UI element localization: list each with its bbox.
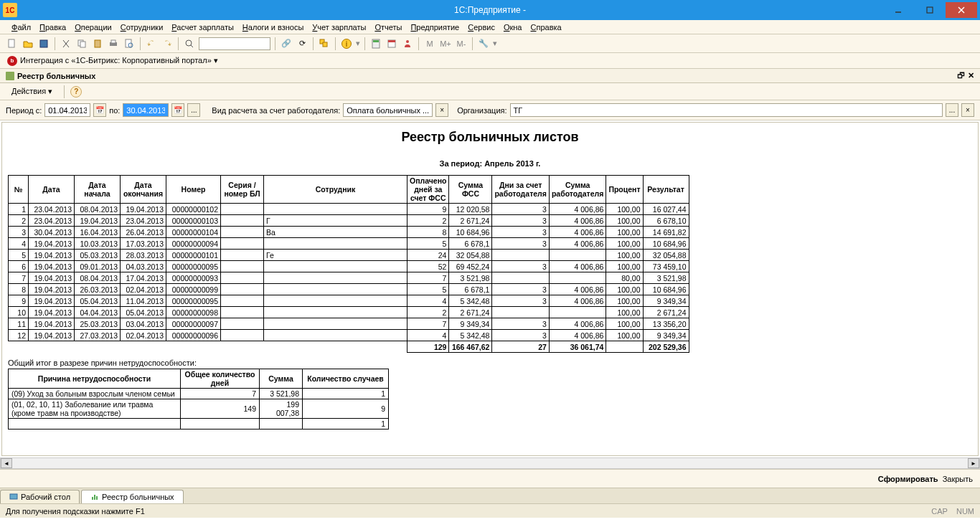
menu-help[interactable]: Справка <box>527 23 566 32</box>
search-input[interactable] <box>199 37 270 50</box>
calc-clear-button[interactable]: × <box>435 103 448 117</box>
period-from-input[interactable] <box>44 103 90 117</box>
copy-icon[interactable] <box>75 37 88 50</box>
chart-icon <box>90 493 99 501</box>
menu-file[interactable]: Файл <box>7 23 35 32</box>
person-icon[interactable] <box>401 37 414 50</box>
scroll-left-button[interactable]: ◄ <box>1 458 12 468</box>
doc-close-icon[interactable]: ✕ <box>968 71 974 80</box>
windows-icon[interactable] <box>318 37 331 50</box>
menu-taxes[interactable]: Налоги и взносы <box>238 23 308 32</box>
summary-label: Общий итог в разрезе причин нетрудоспосо… <box>8 359 972 367</box>
svg-point-21 <box>406 40 409 43</box>
calc-type-combo[interactable]: Оплата больничных ... <box>343 103 433 117</box>
bitrix-bar: b Интеграция с «1С-Битрикс: Корпоративны… <box>0 53 980 69</box>
report-area: Реестр больничных листов обособленная па… <box>1 122 979 456</box>
calc-icon[interactable] <box>369 37 382 50</box>
svg-line-14 <box>191 45 193 47</box>
menu-operations[interactable]: Операции <box>70 23 116 32</box>
report-subtitle1: обособленная палата России <box>8 148 972 158</box>
calendar-to-button[interactable]: 📅 <box>171 103 184 117</box>
menu-edit[interactable]: Правка <box>35 23 70 32</box>
calendar-from-button[interactable]: 📅 <box>93 103 106 117</box>
window-title: 1С:Предприятие - <box>454 5 526 15</box>
calendar-icon[interactable] <box>385 37 398 50</box>
close-button[interactable] <box>946 2 977 18</box>
svg-point-13 <box>186 40 192 46</box>
org-select-button[interactable]: ... <box>946 103 958 117</box>
table-row: 1 <box>9 419 389 430</box>
preview-icon[interactable] <box>123 37 136 50</box>
table-row: (09) Уход за больным взрослым членом сем… <box>9 389 389 399</box>
status-hint: Для получения подсказки нажмите F1 <box>6 507 145 516</box>
actions-button[interactable]: Действия ▾ <box>6 85 58 98</box>
svg-rect-23 <box>92 497 93 500</box>
svg-rect-18 <box>373 40 379 42</box>
menu-employees[interactable]: Сотрудники <box>116 23 168 32</box>
horizontal-scrollbar[interactable]: ◄ ► <box>0 457 980 469</box>
table-row[interactable]: 819.04.201326.03.201302.04.2013000000000… <box>9 284 689 295</box>
m-plus-icon[interactable]: M+ <box>439 37 452 50</box>
org-label: Организация: <box>457 106 507 115</box>
period-to-input[interactable] <box>123 103 169 117</box>
print-icon[interactable] <box>107 37 120 50</box>
save-icon[interactable] <box>37 37 50 50</box>
minimize-button[interactable] <box>882 2 914 18</box>
cut-icon[interactable] <box>60 37 72 50</box>
period-to-label: по: <box>109 106 120 115</box>
svg-rect-20 <box>388 40 395 42</box>
report-subtitle2: За период: Апрель 2013 г. <box>8 159 972 168</box>
footer-actions: Сформировать Закрыть <box>0 469 980 488</box>
table-row[interactable]: 919.04.201305.04.201311.04.2013000000000… <box>9 295 689 307</box>
menu-enterprise[interactable]: Предприятие <box>406 23 463 32</box>
menu-reports[interactable]: Отчеты <box>370 23 406 32</box>
redo-icon[interactable] <box>161 37 174 50</box>
info-icon[interactable]: i <box>340 37 353 50</box>
undo-icon[interactable] <box>145 37 158 50</box>
m-minus-icon[interactable]: M- <box>455 37 468 50</box>
tabs-bar: Рабочий стол Реестр больничных <box>0 488 980 503</box>
new-icon[interactable] <box>6 37 19 50</box>
table-row[interactable]: 619.04.201309.01.201304.03.2013000000000… <box>9 261 689 272</box>
bitrix-label[interactable]: Интеграция с «1С-Битрикс: Корпоративный … <box>20 56 218 65</box>
status-num: NUM <box>956 507 974 516</box>
org-combo[interactable]: ТГ <box>510 103 943 117</box>
table-row[interactable]: 223.04.201319.04.201323.04.2013000000001… <box>9 215 689 227</box>
table-row[interactable]: 1019.04.201304.04.201305.04.201300000000… <box>9 307 689 318</box>
open-icon[interactable] <box>22 37 34 50</box>
table-row[interactable]: 1219.04.201327.03.201302.04.201300000000… <box>9 330 689 341</box>
paste-icon[interactable] <box>91 37 104 50</box>
maximize-button[interactable] <box>914 2 946 18</box>
table-row: (01, 02, 10, 11) Заболевание или травма … <box>9 399 389 419</box>
table-row[interactable]: 1119.04.201325.03.201303.04.201300000000… <box>9 318 689 330</box>
search-icon[interactable] <box>183 37 196 50</box>
svg-rect-10 <box>111 40 116 43</box>
chart-icon <box>6 72 14 80</box>
menu-accounting[interactable]: Учет зарплаты <box>308 23 370 32</box>
table-row[interactable]: 519.04.201305.03.201328.03.2013000000001… <box>9 250 689 261</box>
status-cap: CAP <box>931 507 948 516</box>
org-clear-button[interactable]: × <box>961 103 974 117</box>
table-row[interactable]: 719.04.201308.04.201317.04.2013000000000… <box>9 272 689 284</box>
refresh-icon[interactable]: ⟳ <box>296 37 308 50</box>
menu-payroll[interactable]: Расчет зарплаты <box>167 23 238 32</box>
menu-windows[interactable]: Окна <box>499 23 527 32</box>
doc-restore-icon[interactable]: 🗗 <box>957 71 965 80</box>
link-icon[interactable]: 🔗 <box>280 37 293 50</box>
m-icon[interactable]: M <box>423 37 436 50</box>
app-icon: 1C <box>3 3 17 17</box>
table-row[interactable]: 419.04.201310.03.201317.03.2013000000000… <box>9 238 689 250</box>
tools-icon[interactable]: 🔧 <box>477 37 490 50</box>
close-report-button[interactable]: Закрыть <box>943 475 973 483</box>
scroll-right-button[interactable]: ► <box>968 458 979 468</box>
table-row[interactable]: 330.04.201316.04.201326.04.2013000000001… <box>9 227 689 238</box>
tab-registry[interactable]: Реестр больничных <box>81 490 184 503</box>
tab-desktop[interactable]: Рабочий стол <box>0 490 80 503</box>
form-button[interactable]: Сформировать <box>878 475 938 483</box>
menu-service[interactable]: Сервис <box>463 23 499 32</box>
period-select-button[interactable]: ... <box>187 103 200 117</box>
svg-rect-5 <box>40 40 47 47</box>
help-icon[interactable]: ? <box>70 86 82 98</box>
table-row[interactable]: 123.04.201308.04.201319.04.2013000000001… <box>9 204 689 215</box>
svg-rect-1 <box>927 7 933 13</box>
